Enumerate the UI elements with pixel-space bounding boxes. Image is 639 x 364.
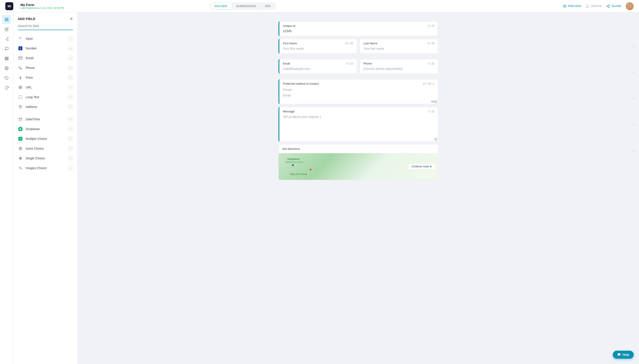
continue-route-button[interactable]: Continue route [409, 164, 435, 170]
add-long-text-button[interactable]: + [68, 95, 73, 100]
drag-handle-1[interactable]: ≡ [632, 44, 634, 48]
unique-id-value: 12345 [279, 29, 438, 36]
svg-rect-12 [5, 57, 8, 58]
field-item-datetime[interactable]: Date/Time + [13, 114, 77, 124]
field-card-unique-id[interactable]: Unique Id 9 / 25 12345 [278, 21, 438, 36]
preferred-more: more [279, 100, 438, 104]
form-canvas: Unique Id 9 / 25 12345 First Name 10 / 2… [278, 21, 438, 183]
svg-rect-21 [19, 96, 22, 99]
field-card-last-name[interactable]: Last Name 9 / 25 Your last name [360, 39, 438, 54]
first-name-label: First Name [283, 42, 297, 45]
svg-rect-6 [5, 18, 6, 19]
field-item-dropdown[interactable]: Dropdown + [13, 124, 77, 134]
field-item-email[interactable]: Email + [13, 53, 77, 63]
message-label: Message [283, 110, 295, 113]
logo-icon: Mi [5, 2, 13, 10]
share-action[interactable]: SHARE [606, 4, 621, 8]
sidebar-btn-shuffle[interactable] [2, 34, 11, 44]
field-label-phone: Phone [26, 66, 35, 70]
sidebar-btn-controls[interactable] [2, 54, 11, 63]
field-item-long-text[interactable]: Long Text + [13, 92, 77, 102]
sidebar-btn-chat[interactable] [2, 44, 11, 53]
app-header: Mi My Form Last Published on 6 Jul, 2022… [0, 0, 639, 12]
field-item-multiple-choice[interactable]: Multiple Choice + [13, 134, 77, 144]
field-card-first-name[interactable]: First Name 10 / 25 Your first name [278, 39, 357, 54]
add-multiple-choice-button[interactable]: + [68, 136, 73, 141]
sidebar-btn-edit[interactable] [2, 25, 11, 34]
field-item-icons-choice[interactable]: Icons Choice + [13, 144, 77, 154]
add-input-button[interactable]: + [68, 36, 73, 41]
svg-rect-9 [7, 20, 8, 21]
field-card-get-directions[interactable]: Get directions Kingsland Wildflowers Gre… [278, 144, 438, 180]
preview-action[interactable]: PREVIEW [563, 4, 581, 8]
user-avatar[interactable] [626, 2, 634, 10]
sidebar-btn-redo[interactable] [2, 83, 11, 92]
add-single-choice-button[interactable]: + [68, 156, 73, 161]
map-area: Kingsland Wildflowers Green... Edge Auto… [279, 153, 438, 180]
field-item-phone[interactable]: Phone + [13, 63, 77, 73]
field-item-images-choice[interactable]: Images Choice + [13, 163, 77, 173]
svg-line-4 [608, 6, 609, 7]
field-item-single-choice[interactable]: Single Choice + [13, 154, 77, 163]
resize-handle[interactable] [434, 100, 437, 103]
search-box [18, 24, 73, 30]
drag-handle-3[interactable]: ≡ [632, 97, 634, 101]
search-input[interactable] [18, 24, 73, 28]
field-item-url[interactable]: URL + [13, 82, 77, 92]
panel-header: ADD FIELD ✕ [13, 12, 77, 24]
update-icon [585, 4, 589, 8]
tab-builder[interactable]: BUILDER [210, 3, 232, 9]
add-number-button[interactable]: + [68, 46, 73, 51]
add-images-choice-button[interactable]: + [68, 166, 73, 170]
add-field-panel: ADD FIELD ✕ Input + [13, 12, 78, 364]
field-label-email: Email [26, 56, 34, 60]
message-resize-handle[interactable] [434, 138, 437, 140]
drag-handle-5[interactable]: ≡ [632, 149, 634, 153]
field-icon-long-text [18, 94, 23, 100]
app-body: ADD FIELD ✕ Input + [0, 12, 639, 364]
tab-submissions[interactable]: SUBMISSIONS [232, 3, 260, 9]
add-phone-button[interactable]: + [68, 66, 73, 70]
add-url-button[interactable]: + [68, 85, 73, 90]
field-item-price[interactable]: $ Price + [13, 73, 77, 82]
help-label: Help [622, 353, 629, 356]
form-title-group: My Form Last Published on 6 Jul, 2022, 0… [21, 3, 64, 9]
field-item-address[interactable]: Address + [13, 102, 77, 112]
tab-pdf[interactable]: PDF [260, 3, 275, 9]
contact-row: Email 6 / 25 mail@example.com Phone 5 / … [278, 59, 438, 74]
field-card-email[interactable]: Email 6 / 25 mail@example.com [278, 59, 357, 74]
form-subtitle: Last Published on 6 Jul, 2022, 04:39 PM [21, 7, 64, 9]
field-icon-phone [18, 65, 23, 70]
field-list: Input + 1 Number + [13, 33, 77, 174]
drag-handle-2[interactable]: ≡ [632, 70, 634, 74]
field-item-input[interactable]: Input + [13, 34, 77, 44]
field-card-preferred-contact[interactable]: Preferred method of contact 27 / 25 ⚠ Ph… [278, 79, 438, 104]
field-item-number[interactable]: 1 Number + [13, 44, 77, 53]
field-card-message[interactable]: Message 7 / 25 Tell us about your reques… [278, 107, 438, 142]
share-icon [606, 4, 610, 8]
field-card-phone[interactable]: Phone 5 / 25 [Country phone placeholder] [360, 59, 438, 74]
drag-handle-4[interactable]: ≡ [632, 123, 634, 127]
svg-rect-23 [19, 118, 22, 121]
add-datetime-button[interactable]: + [68, 117, 73, 122]
add-email-button[interactable]: + [68, 56, 73, 60]
help-button[interactable]: Help [613, 351, 634, 359]
first-name-placeholder: Your first name [279, 47, 357, 54]
svg-point-29 [19, 147, 22, 150]
email-label: Email [283, 62, 290, 65]
add-dropdown-button[interactable]: + [68, 126, 73, 132]
sidebar-btn-layout[interactable] [2, 15, 11, 24]
preferred-content: Phone Email [279, 87, 438, 100]
add-icons-choice-button[interactable]: + [68, 146, 73, 151]
add-address-button[interactable]: + [68, 104, 73, 109]
sidebar-btn-undo[interactable] [2, 74, 11, 82]
field-icon-datetime [18, 116, 23, 122]
update-action[interactable]: UPDATE [585, 4, 602, 8]
add-price-button[interactable]: + [68, 75, 73, 80]
field-icon-input [18, 36, 23, 41]
preview-label: PREVIEW [568, 4, 581, 8]
close-panel-button[interactable]: ✕ [70, 16, 73, 21]
sidebar-btn-settings[interactable] [2, 64, 11, 73]
field-icon-single-choice [18, 156, 23, 161]
field-label-multiple-choice: Multiple Choice [26, 137, 47, 140]
